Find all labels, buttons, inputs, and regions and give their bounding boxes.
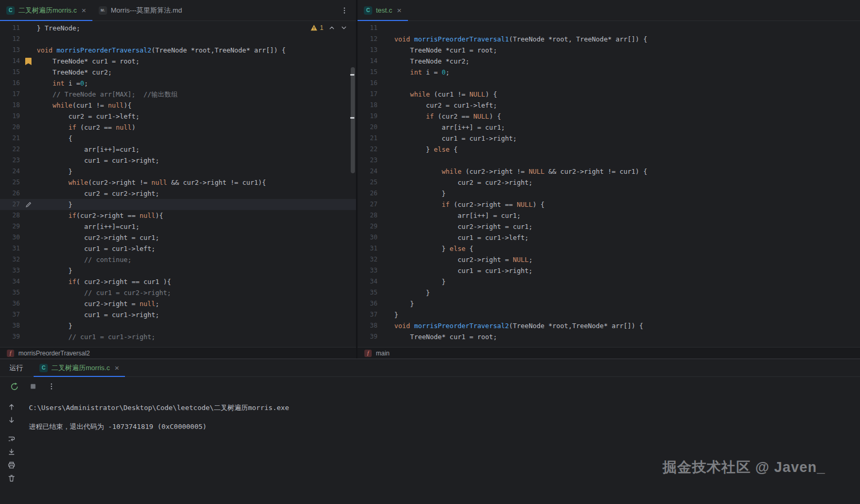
code-line-37[interactable]: 37}	[358, 309, 860, 320]
line-number[interactable]: 36	[358, 298, 377, 309]
code-line-14[interactable]: 14 TreeNode *cur2;	[358, 56, 860, 67]
arrow-up-icon[interactable]	[7, 403, 16, 411]
close-tab-icon[interactable]: ×	[81, 6, 86, 14]
editor-scrollbar[interactable]	[351, 67, 355, 173]
error-stripe-mark[interactable]	[350, 74, 354, 76]
code-line-22[interactable]: 22 arr[i++]=cur1;	[0, 144, 356, 155]
line-number[interactable]: 33	[358, 265, 377, 276]
run-tab-morris-c[interactable]: C 二叉树遍历morris.c ×	[34, 359, 125, 376]
breadcrumb-function-name[interactable]: main	[376, 350, 390, 357]
bookmark-icon[interactable]	[20, 56, 37, 67]
rerun-icon[interactable]	[10, 382, 19, 391]
line-number[interactable]: 19	[358, 111, 377, 122]
line-number[interactable]: 26	[358, 188, 377, 199]
line-number[interactable]: 12	[0, 34, 20, 45]
code-line-12[interactable]: 12void morrisPreorderTraversal1(TreeNode…	[358, 34, 860, 45]
code-line-17[interactable]: 17 // TreeNode arr[MAX]; //输出数组	[0, 89, 356, 100]
line-number[interactable]: 25	[0, 177, 20, 188]
line-number[interactable]: 18	[0, 100, 20, 111]
line-number[interactable]: 17	[358, 89, 377, 100]
code-line-15[interactable]: 15 int i = 0;	[358, 67, 860, 78]
line-number[interactable]: 28	[0, 210, 20, 221]
line-number[interactable]: 32	[358, 254, 377, 265]
code-line-24[interactable]: 24 }	[0, 166, 356, 177]
code-line-25[interactable]: 25 cur2 = cur2->right;	[358, 177, 860, 188]
code-line-26[interactable]: 26 }	[358, 188, 860, 199]
code-line-30[interactable]: 30 cur2->right = cur1;	[0, 232, 356, 243]
code-line-39[interactable]: 39 TreeNode* cur1 = root;	[358, 331, 860, 342]
line-number[interactable]: 15	[358, 67, 377, 78]
tab-morris-md[interactable]: M↓ Morris---莫里斯算法.md	[92, 0, 188, 20]
line-number[interactable]: 25	[358, 177, 377, 188]
line-number[interactable]: 19	[0, 111, 20, 122]
line-number[interactable]: 36	[0, 298, 20, 309]
line-number[interactable]: 23	[0, 155, 20, 166]
line-number[interactable]: 11	[0, 23, 20, 34]
code-line-35[interactable]: 35 // cur1 = cur2->right;	[0, 287, 356, 298]
code-line-35[interactable]: 35 }	[358, 287, 860, 298]
code-line-38[interactable]: 38 }	[0, 320, 356, 331]
line-number[interactable]: 15	[0, 67, 20, 78]
line-number[interactable]: 13	[0, 45, 20, 56]
code-line-19[interactable]: 19 cur2 = cur1->left;	[0, 111, 356, 122]
arrow-down-icon[interactable]	[7, 416, 16, 424]
line-number[interactable]: 30	[358, 232, 377, 243]
toolbar-kebab-icon[interactable]	[47, 382, 56, 391]
line-number[interactable]: 18	[358, 100, 377, 111]
code-line-20[interactable]: 20 arr[i++] = cur1;	[358, 122, 860, 133]
print-icon[interactable]	[7, 461, 16, 469]
code-line-32[interactable]: 32 cur2->right = NULL;	[358, 254, 860, 265]
code-line-19[interactable]: 19 if (cur2 == NULL) {	[358, 111, 860, 122]
line-number[interactable]: 35	[358, 287, 377, 298]
code-line-18[interactable]: 18 cur2 = cur1->left;	[358, 100, 860, 111]
code-line-22[interactable]: 22 } else {	[358, 144, 860, 155]
code-line-13[interactable]: 13 TreeNode *cur1 = root;	[358, 45, 860, 56]
line-number[interactable]: 28	[358, 210, 377, 221]
code-line-16[interactable]: 16	[358, 78, 860, 89]
line-number[interactable]: 26	[0, 188, 20, 199]
line-number[interactable]: 20	[0, 122, 20, 133]
close-run-tab-icon[interactable]: ×	[114, 364, 119, 372]
scroll-to-end-icon[interactable]	[7, 448, 16, 456]
line-number[interactable]: 33	[0, 265, 20, 276]
line-number[interactable]: 13	[358, 45, 377, 56]
code-line-32[interactable]: 32 // continue;	[0, 254, 356, 265]
code-line-30[interactable]: 30 cur1 = cur1->left;	[358, 232, 860, 243]
code-line-11[interactable]: 11} TreeNode;	[0, 23, 356, 34]
line-number[interactable]: 14	[358, 56, 377, 67]
line-number[interactable]: 27	[0, 199, 20, 210]
code-line-27[interactable]: 27 }	[0, 199, 356, 210]
previous-problem-chevron-up-icon[interactable]	[328, 24, 335, 32]
breadcrumb-function-name[interactable]: morrisPreorderTraversal2	[18, 350, 90, 357]
line-number[interactable]: 39	[0, 331, 20, 342]
code-line-36[interactable]: 36 cur2->right = null;	[0, 298, 356, 309]
clear-trash-icon[interactable]	[7, 474, 16, 482]
code-line-23[interactable]: 23 cur1 = cur1->right;	[0, 155, 356, 166]
code-line-11[interactable]: 11	[358, 23, 860, 34]
line-number[interactable]: 12	[358, 34, 377, 45]
code-line-29[interactable]: 29 cur2->right = cur1;	[358, 221, 860, 232]
line-number[interactable]: 22	[0, 144, 20, 155]
code-line-20[interactable]: 20 if (cur2 == null)	[0, 122, 356, 133]
next-problem-chevron-down-icon[interactable]	[340, 24, 348, 32]
close-tab-icon[interactable]: ×	[397, 6, 402, 14]
line-number[interactable]: 21	[358, 133, 377, 144]
code-line-21[interactable]: 21 cur1 = cur1->right;	[358, 133, 860, 144]
code-line-39[interactable]: 39 // cur1 = cur1->right;	[0, 331, 356, 342]
code-line-15[interactable]: 15 TreeNode* cur2;	[0, 67, 356, 78]
line-number[interactable]: 37	[0, 309, 20, 320]
line-number[interactable]: 23	[358, 155, 377, 166]
stop-icon[interactable]	[29, 382, 37, 391]
edited-line-marker-icon[interactable]	[20, 199, 37, 210]
line-number[interactable]: 32	[0, 254, 20, 265]
tab-list-kebab-icon[interactable]	[333, 0, 356, 20]
code-line-23[interactable]: 23	[358, 155, 860, 166]
code-line-28[interactable]: 28 arr[i++] = cur1;	[358, 210, 860, 221]
code-line-36[interactable]: 36 }	[358, 298, 860, 309]
code-line-34[interactable]: 34 }	[358, 276, 860, 287]
line-number[interactable]: 34	[358, 276, 377, 287]
line-number[interactable]: 11	[358, 23, 377, 34]
code-line-37[interactable]: 37 cur1 = cur1->right;	[0, 309, 356, 320]
code-line-33[interactable]: 33 cur1 = cur1->right;	[358, 265, 860, 276]
inspection-widget[interactable]: 1	[310, 24, 348, 32]
